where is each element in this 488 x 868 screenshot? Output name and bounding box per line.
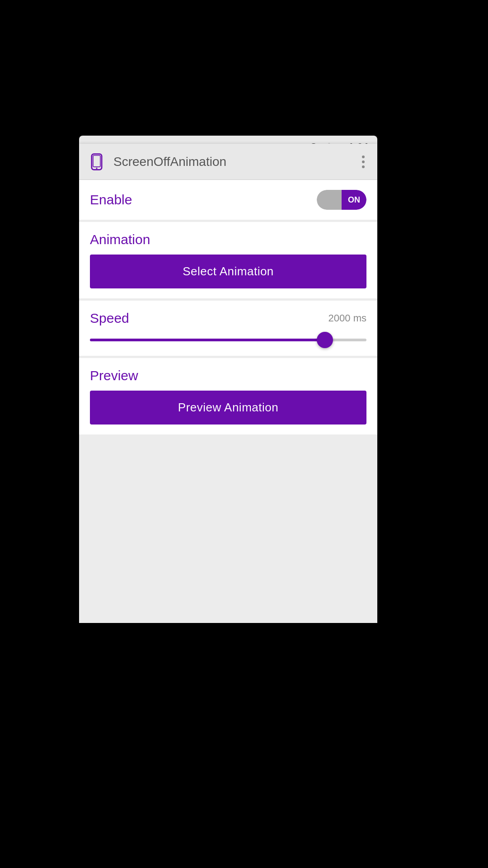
- toggle-off-part: [317, 190, 342, 210]
- phone-container: ScreenOffAnimation Enable ON Animation: [79, 144, 377, 514]
- empty-space: [79, 437, 377, 514]
- slider-thumb[interactable]: [317, 332, 333, 348]
- slider-container: [90, 334, 366, 346]
- menu-button[interactable]: [358, 152, 368, 172]
- app-bar-title: ScreenOffAnimation: [113, 155, 358, 169]
- toggle-on-text: ON: [348, 195, 360, 205]
- speed-header: Speed 2000 ms: [90, 311, 366, 326]
- preview-animation-button[interactable]: Preview Animation: [90, 391, 366, 425]
- animation-section-label: Animation: [90, 232, 366, 247]
- preview-section-label: Preview: [90, 368, 366, 383]
- enable-toggle[interactable]: ON: [317, 190, 366, 210]
- enable-label: Enable: [90, 192, 132, 208]
- speed-label: Speed: [90, 311, 129, 326]
- phone-icon: [88, 153, 105, 170]
- toggle-container: ON: [317, 190, 366, 210]
- preview-section: Preview Preview Animation: [79, 358, 377, 434]
- main-content: Enable ON Animation Select Animation Spe…: [79, 180, 377, 514]
- svg-point-10: [96, 167, 97, 169]
- app-bar: ScreenOffAnimation: [79, 144, 377, 180]
- speed-section: Speed 2000 ms: [79, 301, 377, 356]
- toggle-on-part: ON: [342, 190, 366, 210]
- phone-bottom-area: [79, 514, 377, 623]
- select-animation-button[interactable]: Select Animation: [90, 255, 366, 288]
- slider-fill: [90, 339, 325, 341]
- svg-rect-9: [93, 155, 100, 166]
- speed-value: 2000 ms: [328, 312, 366, 324]
- animation-section: Animation Select Animation: [79, 222, 377, 298]
- slider-track: [90, 339, 366, 341]
- enable-section: Enable ON: [79, 180, 377, 220]
